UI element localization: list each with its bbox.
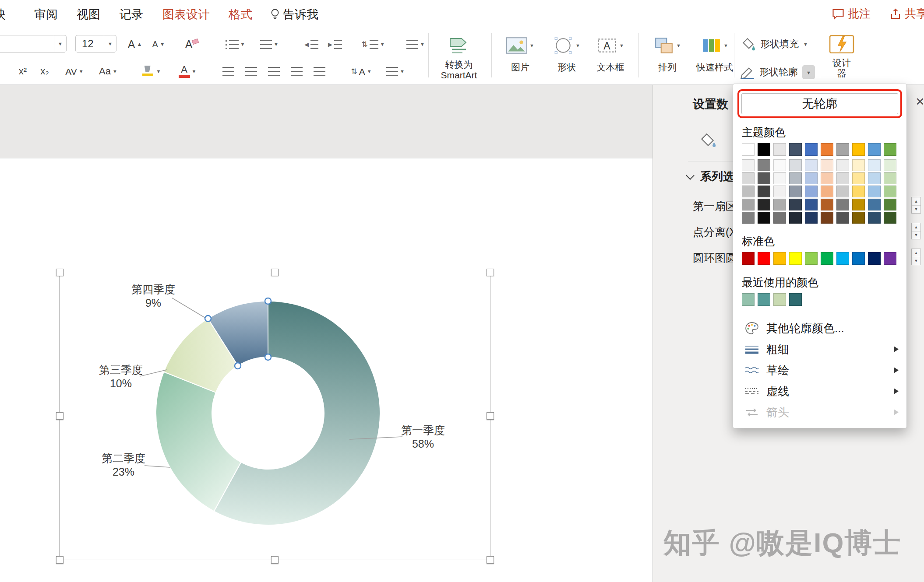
distribute-button[interactable] [310, 63, 328, 80]
theme-tint-swatch[interactable] [789, 186, 802, 197]
textbox-button[interactable]: A ▼ 文本框 [589, 32, 632, 83]
standard-color-swatch[interactable] [789, 252, 802, 265]
pane-close-button[interactable]: × [916, 93, 924, 110]
weight-item[interactable]: 粗细 [733, 339, 906, 360]
theme-tint-swatch[interactable] [884, 199, 896, 210]
theme-tint-swatch[interactable] [805, 199, 818, 210]
theme-tint-swatch[interactable] [805, 159, 818, 171]
resize-handle-nw[interactable] [56, 269, 63, 276]
spinner-doughnut-hole[interactable]: ▲▼ [911, 249, 921, 265]
theme-tint-swatch[interactable] [836, 172, 849, 184]
theme-tint-swatch[interactable] [805, 186, 818, 197]
theme-tint-swatch[interactable] [852, 172, 865, 184]
theme-tint-swatch[interactable] [742, 186, 755, 197]
dashes-item[interactable]: 虚线 [733, 381, 906, 402]
theme-tint-swatch[interactable] [821, 186, 833, 197]
resize-handle-s[interactable] [271, 556, 279, 564]
theme-tint-swatch[interactable] [884, 212, 896, 224]
theme-tint-swatch[interactable] [821, 172, 833, 184]
spinner-first-slice[interactable]: ▲▼ [911, 197, 921, 214]
theme-tint-swatch[interactable] [789, 172, 802, 184]
theme-tint-swatch[interactable] [868, 159, 881, 171]
theme-tint-swatch[interactable] [773, 172, 786, 184]
theme-tint-swatch[interactable] [773, 212, 786, 224]
align-right-button[interactable] [265, 63, 283, 80]
recent-color-swatch[interactable] [789, 293, 802, 306]
standard-color-swatch[interactable] [758, 252, 770, 265]
resize-handle-e[interactable] [487, 412, 494, 420]
theme-color-swatch[interactable] [742, 143, 755, 156]
theme-tint-swatch[interactable] [773, 186, 786, 197]
font-name-combo[interactable]: ▼ [0, 35, 67, 53]
theme-tint-swatch[interactable] [758, 159, 770, 171]
menu-tab-format[interactable]: 格式 [229, 7, 252, 22]
theme-tint-swatch[interactable] [884, 186, 896, 197]
quick-styles-button[interactable]: ▼ 快速样式 [692, 32, 737, 83]
resize-handle-ne[interactable] [487, 269, 494, 276]
bullets-button[interactable]: ▼ [222, 36, 249, 53]
subscript-button[interactable]: x₂ [35, 63, 54, 80]
theme-tint-swatch[interactable] [852, 212, 865, 224]
theme-tint-swatch[interactable] [821, 159, 833, 171]
resize-handle-w[interactable] [56, 412, 63, 420]
increase-font-size-button[interactable]: A▲ [124, 36, 145, 53]
theme-tint-swatch[interactable] [805, 212, 818, 224]
text-highlight-button[interactable]: ▼ [137, 63, 166, 80]
superscript-button[interactable]: x² [13, 63, 32, 80]
resize-handle-n[interactable] [271, 269, 279, 276]
line-spacing-button[interactable]: ⇅▼ [359, 36, 387, 53]
theme-tint-swatch[interactable] [758, 199, 770, 210]
theme-tint-swatch[interactable] [742, 212, 755, 224]
standard-color-swatch[interactable] [773, 252, 786, 265]
recent-color-swatch[interactable] [742, 293, 755, 306]
theme-color-swatch[interactable] [852, 143, 865, 156]
recent-color-swatch[interactable] [773, 293, 786, 306]
theme-tint-swatch[interactable] [868, 172, 881, 184]
theme-tint-swatch[interactable] [868, 212, 881, 224]
picture-button[interactable]: ▼ 图片 [497, 32, 543, 83]
theme-tint-swatch[interactable] [836, 159, 849, 171]
theme-color-swatch[interactable] [789, 143, 802, 156]
standard-color-swatch[interactable] [742, 252, 755, 265]
theme-color-swatch[interactable] [884, 143, 896, 156]
theme-color-swatch[interactable] [758, 143, 770, 156]
more-outline-colors-item[interactable]: 其他轮廓颜色... [733, 318, 906, 339]
theme-tint-swatch[interactable] [805, 172, 818, 184]
sketch-item[interactable]: 草绘 [733, 360, 906, 381]
theme-tint-swatch[interactable] [884, 172, 896, 184]
theme-tint-swatch[interactable] [852, 159, 865, 171]
theme-color-swatch[interactable] [836, 143, 849, 156]
decrease-font-size-button[interactable]: A▼ [148, 36, 169, 53]
decrease-indent-button[interactable]: ◀ [301, 36, 321, 53]
theme-tint-swatch[interactable] [773, 159, 786, 171]
character-spacing-button[interactable]: AV▼ [60, 63, 88, 80]
menu-tab-review[interactable]: 审阅 [34, 7, 58, 22]
share-button[interactable]: 共享 [890, 6, 924, 21]
align-center-button[interactable] [242, 63, 260, 80]
theme-tint-swatch[interactable] [789, 199, 802, 210]
menu-tab-partial[interactable]: 映 [0, 7, 6, 22]
standard-color-swatch[interactable] [821, 252, 833, 265]
increase-indent-button[interactable]: ▶ [325, 36, 345, 53]
standard-color-swatch[interactable] [805, 252, 818, 265]
theme-tint-swatch[interactable] [758, 212, 770, 224]
clear-formatting-button[interactable]: A [180, 36, 203, 53]
font-color-button[interactable]: A▼ [173, 63, 201, 80]
theme-tint-swatch[interactable] [836, 212, 849, 224]
theme-tint-swatch[interactable] [742, 199, 755, 210]
theme-color-swatch[interactable] [821, 143, 833, 156]
font-size-combo[interactable]: 12▼ [75, 35, 116, 53]
menu-tab-view[interactable]: 视图 [77, 7, 100, 22]
recent-color-swatch[interactable] [758, 293, 770, 306]
spinner-point-explosion[interactable]: ▲▼ [911, 223, 921, 239]
theme-tint-swatch[interactable] [821, 199, 833, 210]
chevron-down-icon[interactable]: ▼ [54, 35, 66, 52]
theme-tint-swatch[interactable] [758, 186, 770, 197]
shape-outline-button[interactable]: 形状轮廓 ▼ [740, 62, 815, 82]
theme-tint-swatch[interactable] [884, 159, 896, 171]
chevron-down-icon[interactable]: ▼ [803, 42, 808, 47]
theme-tint-swatch[interactable] [852, 199, 865, 210]
theme-tint-swatch[interactable] [836, 199, 849, 210]
menu-tab-record[interactable]: 记录 [120, 7, 143, 22]
menu-tab-chart-design[interactable]: 图表设计 [162, 7, 210, 22]
